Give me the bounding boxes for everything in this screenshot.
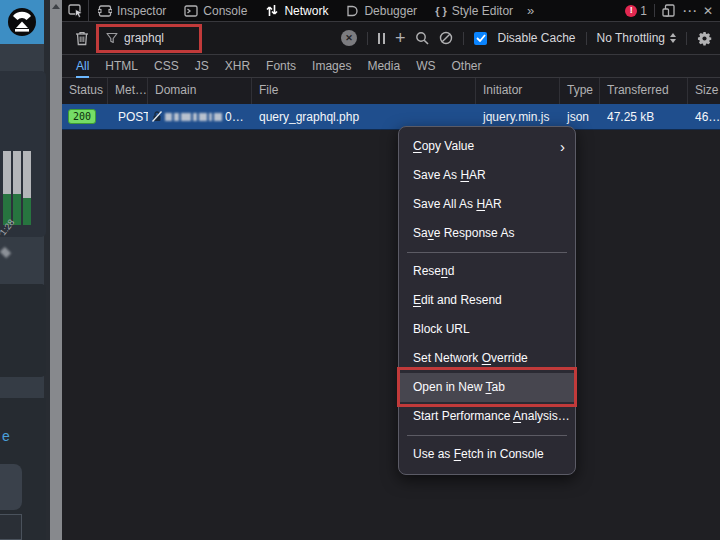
throttling-value: No Throttling (597, 31, 665, 45)
tab-network[interactable]: Network (256, 0, 337, 21)
requests-table-header: StatusMet…DomainFileInitiatorTypeTransfe… (62, 78, 720, 104)
menu-item-open-in-new-tab[interactable]: Open in New Tab (399, 373, 575, 402)
page-card-chart: '1:28 (0, 71, 46, 237)
tab-label: Debugger (364, 4, 417, 18)
column-header-met[interactable]: Met… (108, 78, 148, 104)
throttling-dropdown[interactable]: No Throttling (597, 31, 676, 45)
insecure-lock-icon (152, 111, 162, 122)
redacted-domain (165, 113, 222, 121)
method-cell: POST (108, 110, 148, 124)
filter-other[interactable]: Other (443, 55, 489, 77)
menu-item-use-as-fetch-in-console[interactable]: Use as Fetch in Console (399, 440, 575, 469)
block-request-icon[interactable] (439, 31, 453, 45)
filter-value: graphql (124, 31, 164, 45)
filter-html[interactable]: HTML (97, 55, 146, 77)
request-row-selected[interactable]: 200 POST 0… query_graphql.php jquery.min… (62, 104, 720, 130)
close-devtools-button[interactable]: ✕ (703, 4, 713, 18)
separator (686, 32, 687, 45)
background-page: '1:28 e (0, 0, 50, 540)
separator (463, 32, 464, 45)
tab-console[interactable]: Console (175, 0, 256, 21)
funnel-icon (106, 32, 118, 44)
column-header-transferred[interactable]: Transferred (600, 78, 688, 104)
menu-separator (407, 435, 567, 436)
menu-item-edit-and-resend[interactable]: Edit and Resend (399, 286, 575, 315)
filter-xhr[interactable]: XHR (217, 55, 258, 77)
initiator-cell: jquery.min.js (476, 110, 560, 124)
separator (654, 4, 655, 17)
filter-fonts[interactable]: Fonts (258, 55, 304, 77)
menu-item-block-url[interactable]: Block URL (399, 315, 575, 344)
page-card (0, 284, 46, 377)
context-menu: Copy Value›Save As HARSave All As HARSav… (398, 126, 576, 475)
filter-images[interactable]: Images (304, 55, 359, 77)
menu-item-save-response-as[interactable]: Save Response As (399, 219, 575, 248)
error-count-badge[interactable]: ! 1 (625, 4, 647, 18)
filter-js[interactable]: JS (187, 55, 217, 77)
console-icon (184, 5, 198, 17)
filter-ws[interactable]: WS (408, 55, 443, 77)
devtools-menu-button[interactable]: ⋯ (682, 2, 696, 20)
tab-label: Console (203, 4, 247, 18)
menu-item-start-performance-analysis[interactable]: Start Performance Analysis… (399, 402, 575, 431)
page-outline-box (0, 514, 22, 540)
separator (586, 32, 587, 45)
new-request-button[interactable]: + (395, 29, 406, 47)
network-icon (265, 4, 279, 17)
submenu-arrow-icon: › (560, 132, 565, 161)
column-header-file[interactable]: File (252, 78, 476, 104)
page-scrollbar[interactable] (50, 0, 62, 540)
tab-debugger[interactable]: Debugger (337, 0, 426, 21)
column-header-type[interactable]: Type (560, 78, 600, 104)
separator (367, 32, 368, 45)
tab-style-editor[interactable]: { } Style Editor (426, 0, 522, 21)
column-header-initiator[interactable]: Initiator (476, 78, 560, 104)
devtools-tabbar: Inspector Console Network (62, 0, 720, 22)
menu-item-copy-value[interactable]: Copy Value› (399, 132, 575, 161)
updown-arrows-icon (670, 33, 676, 43)
clear-requests-button[interactable] (75, 31, 89, 46)
pick-element-icon (68, 4, 83, 18)
tab-label: Network (284, 4, 328, 18)
tab-overflow-button[interactable]: » (522, 3, 537, 18)
pause-traffic-button[interactable] (378, 33, 385, 44)
filter-css[interactable]: CSS (146, 55, 187, 77)
filter-all[interactable]: All (68, 55, 97, 77)
style-editor-icon: { } (435, 5, 447, 17)
scrollbar-up-arrow-icon[interactable] (52, 4, 60, 9)
menu-item-set-network-override[interactable]: Set Network Override (399, 344, 575, 373)
filter-urls-input[interactable]: graphql (106, 26, 198, 50)
inspector-icon (98, 5, 112, 17)
site-logo (0, 0, 44, 44)
page-link[interactable]: e (2, 428, 10, 444)
tab-label: Style Editor (452, 4, 513, 18)
chart-bar (23, 151, 31, 225)
menu-item-save-all-as-har[interactable]: Save All As HAR (399, 190, 575, 219)
tabbar-right-controls: ! 1 ⋯ ✕ (625, 2, 720, 20)
disable-cache-checkbox[interactable] (474, 32, 487, 45)
screen: '1:28 e (0, 0, 720, 540)
clear-filter-button[interactable]: ✕ (341, 30, 357, 46)
filter-media[interactable]: Media (359, 55, 408, 77)
menu-item-resend[interactable]: Resend (399, 257, 575, 286)
page-button[interactable] (0, 464, 22, 510)
chart-bar (13, 151, 21, 225)
size-cell: 46… (688, 110, 720, 124)
gear-icon[interactable] (697, 31, 712, 46)
disable-cache-label[interactable]: Disable Cache (497, 31, 575, 45)
column-header-size[interactable]: Size (688, 78, 720, 104)
domain-suffix: 0… (225, 110, 244, 124)
file-cell: query_graphql.php (252, 110, 476, 124)
error-count: 1 (640, 4, 647, 18)
type-cell: json (560, 110, 600, 124)
search-icon[interactable] (415, 31, 429, 45)
pick-element-button[interactable] (62, 0, 89, 21)
status-cell: 200 (62, 109, 108, 124)
column-header-status[interactable]: Status (62, 78, 108, 104)
column-header-domain[interactable]: Domain (148, 78, 252, 104)
page-card: e (0, 398, 46, 540)
domain-cell: 0… (148, 110, 252, 124)
menu-item-save-as-har[interactable]: Save As HAR (399, 161, 575, 190)
tab-inspector[interactable]: Inspector (89, 0, 175, 21)
responsive-design-mode-icon[interactable] (662, 4, 675, 17)
